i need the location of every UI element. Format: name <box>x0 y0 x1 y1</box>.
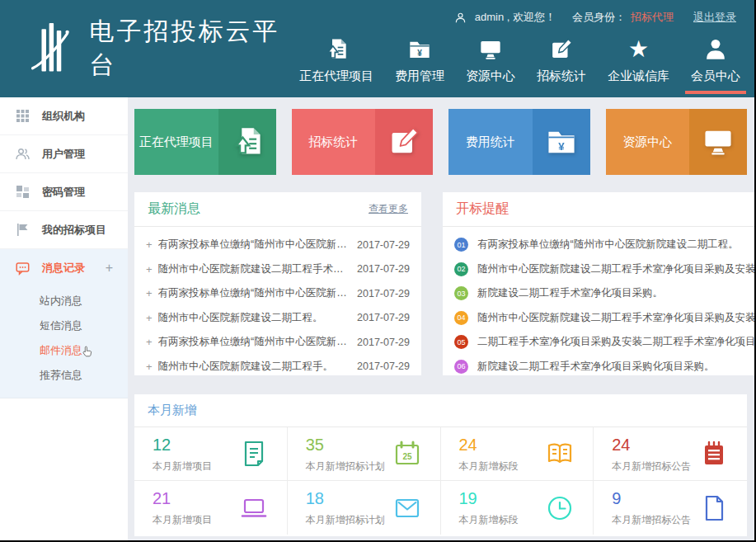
card-fee-statistics[interactable]: 费用统计 ¥ <box>448 109 590 175</box>
news-item[interactable]: +有两家投标单位缴纳“随州市中心医院新院建设。2017-07-29 <box>146 330 410 355</box>
sidebar-item-user-management[interactable]: 用户管理 <box>0 135 128 173</box>
nav-item-fee-management[interactable]: ¥ 费用管理 <box>384 37 455 94</box>
quick-cards: 正在代理项目 招标统计 <box>134 109 747 175</box>
submenu-label: 推荐信息 <box>40 368 82 383</box>
number-badge: 02 <box>454 262 468 276</box>
header-main: 电子招投标云平台 正在代理项目 ¥ <box>0 25 754 94</box>
main-nav: 正在代理项目 ¥ 费用管理 资源中心 <box>289 37 751 94</box>
sidebar-item-organization[interactable]: 组织机构 <box>0 97 128 135</box>
nav-item-bid-statistics[interactable]: 招标统计 <box>526 37 597 94</box>
monitor-icon <box>478 37 503 62</box>
nav-label: 企业诚信库 <box>608 68 669 84</box>
number-badge: 06 <box>454 360 468 374</box>
news-date: 2017-07-29 <box>357 312 410 323</box>
bullet: + <box>146 238 153 251</box>
nav-item-credit-library[interactable]: ★ 企业诚信库 <box>597 37 680 94</box>
user-icon <box>454 12 467 24</box>
sidebar-item-password-management[interactable]: 密码管理 <box>0 173 128 211</box>
news-date: 2017-07-29 <box>357 288 410 299</box>
stat-new-bid-plans-2: 18 本月新增招标计划 <box>288 481 441 535</box>
submenu-label: 短信消息 <box>40 318 82 333</box>
panel-title: 本月新增 <box>148 403 197 418</box>
logout-link[interactable]: 退出登录 <box>693 10 736 25</box>
number-badge: 05 <box>454 335 468 349</box>
monthly-new-panel: 本月新增 12 本月新增项目 35 本月新增招标计划 <box>134 394 747 536</box>
card-label: 费用统计 <box>448 109 533 175</box>
folder-yen-icon: ¥ <box>407 37 432 62</box>
news-date: 2017-07-29 <box>357 263 410 275</box>
expand-plus-icon[interactable]: + <box>106 261 113 276</box>
stats-grid: 12 本月新增项目 35 本月新增招标计划 25 <box>134 427 747 535</box>
submenu-item-email-messages[interactable]: 邮件消息 <box>0 338 128 363</box>
reminder-item[interactable]: 03新院建设二期工程手术室净化项目采购。 <box>454 281 754 306</box>
news-item[interactable]: +随州市中心医院新院建设二期工程。2017-07-29 <box>146 306 410 331</box>
monitor-icon <box>689 109 747 175</box>
laptop-icon <box>239 493 269 523</box>
submenu-item-site-messages[interactable]: 站内消息 <box>0 289 128 313</box>
sidebar: 组织机构 用户管理 密码管理 <box>0 97 128 540</box>
open-book-icon <box>545 439 575 469</box>
bullet: + <box>146 336 153 348</box>
reminder-text: 新院建设二期工程手术室净化项目采购。 <box>477 286 663 300</box>
news-date: 2017-07-29 <box>357 361 410 372</box>
reminder-item[interactable]: 04随州市中心医院新院建设二期工程手术室净化项目采购及安装”项目的招…… <box>454 306 754 331</box>
reminder-item[interactable]: 06新院建设二期工程手术室净化项目采购化项目采购。 <box>454 355 754 379</box>
nav-label: 正在代理项目 <box>299 68 373 84</box>
reminder-list: 01有两家投标单位缴纳“随州市中心医院新院建设二期工程。 02随州市中心医院新院… <box>443 227 754 379</box>
reminder-item[interactable]: 02随州市中心医院新院建设二期工程手术室净化项目采购及安装”项目的招…… <box>454 257 754 282</box>
cursor-hand-icon <box>81 345 95 359</box>
identity-value: 招标代理 <box>631 10 674 25</box>
latest-news-panel: 最新消息 查看更多 +有两家投标单位缴纳“随州市中心医院新院建设……2017-0… <box>134 192 421 375</box>
submenu-item-sms-messages[interactable]: 短信消息 <box>0 313 128 338</box>
bullet: + <box>146 312 153 324</box>
reminder-item[interactable]: 05二期工程手术室净化项目采购及安装二期工程手术室净化项目采购及。 <box>454 330 754 355</box>
reminder-text: 新院建设二期工程手术室净化项目采购化项目采购。 <box>477 360 715 374</box>
view-more-link[interactable]: 查看更多 <box>369 202 408 216</box>
stat-new-bid-notices-1: 24 本月新增招标公告 <box>594 427 747 481</box>
note-icon <box>239 439 269 469</box>
news-text: 有两家投标单位缴纳“随州市中心医院新院建设…… <box>158 286 349 300</box>
news-item[interactable]: +随州市中心医院新院建设二期工程手。2017-07-29 <box>146 355 410 379</box>
card-label: 招标统计 <box>292 109 376 175</box>
news-item[interactable]: +有两家投标单位缴纳“随州市中心医院新院建设……2017-07-29 <box>146 281 410 306</box>
flag-icon <box>16 223 30 237</box>
card-bid-statistics[interactable]: 招标统计 <box>292 109 434 175</box>
nav-label: 费用管理 <box>395 68 444 84</box>
sidebar-item-label: 用户管理 <box>42 147 85 162</box>
stat-new-projects-1: 12 本月新增项目 <box>134 427 288 481</box>
nav-item-resource-center[interactable]: 资源中心 <box>455 37 526 94</box>
sidebar-item-my-bid-projects[interactable]: 我的招标项目 <box>0 211 128 249</box>
reminder-item[interactable]: 01有两家投标单位缴纳“随州市中心医院新院建设二期工程。 <box>454 233 754 257</box>
number-badge: 01 <box>454 238 468 252</box>
news-text: 有两家投标单位缴纳“随州市中心医院新院建设…… <box>158 238 349 252</box>
stat-new-bid-sections-2: 19 本月新增标段 <box>441 481 594 535</box>
pencil-square-icon <box>549 37 574 62</box>
news-item[interactable]: +有两家投标单位缴纳“随州市中心医院新院建设……2017-07-29 <box>146 233 410 257</box>
submenu-item-recommended-info[interactable]: 推荐信息 <box>0 363 128 388</box>
reminder-text: 随州市中心医院新院建设二期工程手术室净化项目采购及安装”项目的招…… <box>477 262 754 276</box>
svg-text:¥: ¥ <box>417 49 422 58</box>
panel-title: 开标提醒 <box>456 200 509 218</box>
news-list: +有两家投标单位缴纳“随州市中心医院新院建设……2017-07-29 +随州市中… <box>134 227 421 379</box>
chat-bubble-icon <box>16 262 30 276</box>
news-text: 随州市中心医院新院建设二期工程手。 <box>158 360 349 374</box>
stat-new-bid-plans-1: 35 本月新增招标计划 25 <box>288 427 441 481</box>
welcome-text: admin , 欢迎您！ <box>475 10 556 25</box>
sidebar-group-messages: 消息记录 + 站内消息 短信消息 邮件消息 推荐信息 <box>0 249 128 398</box>
number-badge: 04 <box>454 311 468 325</box>
brand-logo-icon <box>28 19 77 78</box>
card-agency-projects[interactable]: 正在代理项目 <box>134 109 276 175</box>
header: admin , 欢迎您！ 会员身份：招标代理 退出登录 电子招投标云平台 <box>0 0 754 97</box>
card-label: 资源中心 <box>606 109 690 175</box>
nav-item-agency-projects[interactable]: 正在代理项目 <box>289 37 384 94</box>
sidebar-item-message-records[interactable]: 消息记录 + <box>0 249 128 287</box>
mail-icon <box>392 493 422 523</box>
identity-label: 会员身份： <box>572 10 626 25</box>
nav-label: 会员中心 <box>691 68 740 84</box>
number-badge: 03 <box>454 286 468 300</box>
panel-title: 最新消息 <box>148 200 200 218</box>
nav-item-member-center[interactable]: 会员中心 <box>680 37 751 94</box>
clock-icon <box>545 493 575 523</box>
news-item[interactable]: +随州市中心医院新院建设二期工程手术室。2017-07-29 <box>146 257 410 282</box>
card-resource-center[interactable]: 资源中心 <box>606 109 748 175</box>
